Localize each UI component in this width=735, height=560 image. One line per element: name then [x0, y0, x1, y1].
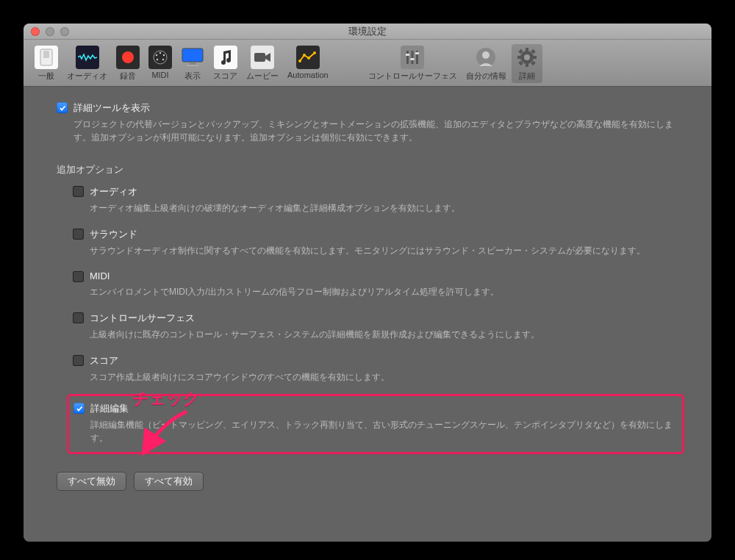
svg-rect-9	[182, 49, 203, 62]
option-audio-label: オーディオ	[90, 185, 137, 198]
toolbar: 一般 オーディオ 録音 MIDI 表示	[24, 40, 711, 87]
svg-rect-18	[412, 51, 414, 64]
enable-all-button[interactable]: すべて有効	[134, 472, 204, 491]
tab-label: 録音	[120, 71, 136, 82]
option-surround-label: サラウンド	[90, 228, 137, 241]
record-icon	[116, 46, 140, 69]
svg-point-4	[159, 52, 161, 54]
option-surround: サラウンド サラウンドオーディオ制作に関するすべての機能を有効にします。モニタリ…	[73, 228, 678, 257]
tab-label: Automation	[287, 71, 329, 79]
zoom-button[interactable]	[60, 27, 69, 36]
option-score-checkbox[interactable]	[73, 355, 84, 366]
tab-movie[interactable]: ムービー	[243, 44, 282, 83]
option-audio-desc: オーディオ編集上級者向けの破壊的なオーディオ編集と詳細構成オプションを有効にしま…	[90, 201, 678, 215]
switch-icon	[35, 46, 58, 69]
show-advanced-tools-desc: プロジェクトの代替バージョンとバックアップ、ミキシングとオートメーションの拡張機…	[74, 118, 678, 144]
option-control-surfaces-label: コントロールサーフェス	[90, 312, 195, 325]
gear-icon	[515, 46, 539, 69]
tab-label: 詳細	[519, 71, 535, 82]
option-midi-label: MIDI	[90, 270, 110, 281]
tab-recording[interactable]: 録音	[112, 44, 143, 83]
tab-label: コントロールサーフェス	[368, 71, 457, 82]
option-midi-desc: エンバイロメントでMIDI入力/出力ストリームの信号フロー制御およびリアルタイム…	[90, 285, 678, 298]
disable-all-button[interactable]: すべて無効	[57, 472, 126, 491]
option-midi-checkbox[interactable]	[73, 271, 84, 282]
buttons-row: すべて無効 すべて有効	[57, 472, 678, 491]
option-score-label: スコア	[90, 354, 118, 367]
display-icon	[181, 46, 204, 69]
tab-label: スコア	[213, 71, 237, 82]
option-advanced-editing-checkbox[interactable]	[74, 403, 85, 414]
tab-control-surfaces[interactable]: コントロールサーフェス	[365, 44, 461, 83]
svg-rect-12	[254, 53, 265, 62]
minimize-button[interactable]	[46, 27, 54, 36]
show-advanced-tools-row: 詳細ツールを表示	[57, 101, 678, 115]
automation-icon	[296, 46, 320, 69]
option-score-desc: スコア作成上級者向けにスコアウインドウのすべての機能を有効にします。	[90, 370, 678, 384]
svg-rect-22	[415, 52, 419, 54]
svg-rect-28	[517, 56, 521, 59]
option-advanced-editing-label: 詳細編集	[90, 402, 129, 415]
user-icon	[474, 46, 498, 69]
additional-options-list: オーディオ オーディオ編集上級者向けの破壊的なオーディオ編集と詳細構成オプション…	[73, 185, 678, 454]
option-advanced-editing: 詳細編集 詳細編集機能（ビートマッピング、エイリアス、トラック再割り当て、古い形…	[74, 402, 678, 445]
option-control-surfaces: コントロールサーフェス 上級者向けに既存のコントロール・サーフェス・システムの詳…	[73, 312, 678, 341]
option-audio-checkbox[interactable]	[73, 186, 84, 197]
svg-point-34	[524, 54, 530, 60]
highlighted-option-box: 詳細編集 詳細編集機能（ビートマッピング、エイリアス、トラック再割り当て、古い形…	[67, 394, 684, 454]
additional-options-heading: 追加オプション	[57, 163, 678, 176]
preferences-window: 環境設定 一般 オーディオ 録音 MIDI	[24, 24, 711, 542]
tab-label: 表示	[184, 71, 201, 82]
svg-point-5	[156, 54, 157, 56]
option-control-surfaces-desc: 上級者向けに既存のコントロール・サーフェス・システムの詳細機能を新規作成および編…	[90, 328, 678, 341]
content-area: 詳細ツールを表示 プロジェクトの代替バージョンとバックアップ、ミキシングとオート…	[24, 87, 711, 542]
option-midi: MIDI エンバイロメントでMIDI入力/出力ストリームの信号フロー制御およびリ…	[73, 270, 678, 298]
tab-label: ムービー	[246, 71, 279, 82]
show-advanced-tools-checkbox[interactable]	[57, 102, 68, 113]
svg-point-7	[157, 59, 158, 60]
tab-my-info[interactable]: 自分の情報	[462, 44, 510, 83]
svg-rect-10	[189, 62, 196, 65]
tab-audio[interactable]: オーディオ	[63, 44, 111, 83]
tab-label: 一般	[38, 71, 54, 82]
svg-point-2	[122, 51, 134, 63]
waveform-icon	[76, 46, 99, 69]
tab-display[interactable]: 表示	[177, 44, 208, 83]
svg-rect-26	[526, 48, 528, 51]
svg-point-24	[482, 51, 490, 59]
tab-general[interactable]: 一般	[31, 44, 62, 83]
tab-advanced[interactable]: 詳細	[512, 44, 542, 83]
option-audio: オーディオ オーディオ編集上級者向けの破壊的なオーディオ編集と詳細構成オプション…	[73, 185, 678, 215]
svg-rect-11	[187, 65, 198, 66]
option-surround-checkbox[interactable]	[73, 229, 84, 240]
svg-rect-17	[406, 51, 409, 64]
show-advanced-tools-label: 詳細ツールを表示	[74, 101, 150, 115]
close-button[interactable]	[31, 27, 40, 36]
window-title: 環境設定	[24, 25, 711, 38]
option-score: スコア スコア作成上級者向けにスコアウインドウのすべての機能を有効にします。	[73, 354, 678, 384]
titlebar: 環境設定	[24, 24, 711, 40]
toolbar-spacer	[334, 44, 363, 83]
tab-score[interactable]: スコア	[209, 44, 241, 83]
tab-automation[interactable]: Automation	[284, 44, 332, 83]
option-advanced-editing-desc: 詳細編集機能（ビートマッピング、エイリアス、トラック再割り当て、古い形式のチュー…	[90, 418, 678, 445]
svg-point-15	[307, 57, 310, 60]
svg-point-8	[162, 59, 164, 60]
option-control-surfaces-checkbox[interactable]	[73, 312, 84, 323]
svg-point-13	[298, 60, 301, 62]
traffic-lights	[24, 27, 69, 36]
svg-rect-29	[533, 56, 537, 59]
svg-rect-20	[406, 54, 409, 56]
svg-rect-21	[411, 58, 415, 60]
camera-icon	[251, 46, 274, 69]
tab-midi[interactable]: MIDI	[145, 44, 176, 83]
midi-connector-icon	[148, 46, 172, 69]
tab-label: MIDI	[151, 71, 168, 79]
svg-point-16	[313, 51, 316, 54]
svg-rect-1	[43, 51, 49, 58]
option-surround-desc: サラウンドオーディオ制作に関するすべての機能を有効にします。モニタリングにはサラ…	[90, 244, 678, 257]
tab-label: 自分の情報	[466, 71, 506, 82]
music-note-icon	[214, 46, 237, 69]
svg-point-6	[163, 54, 165, 56]
svg-point-14	[303, 54, 306, 57]
